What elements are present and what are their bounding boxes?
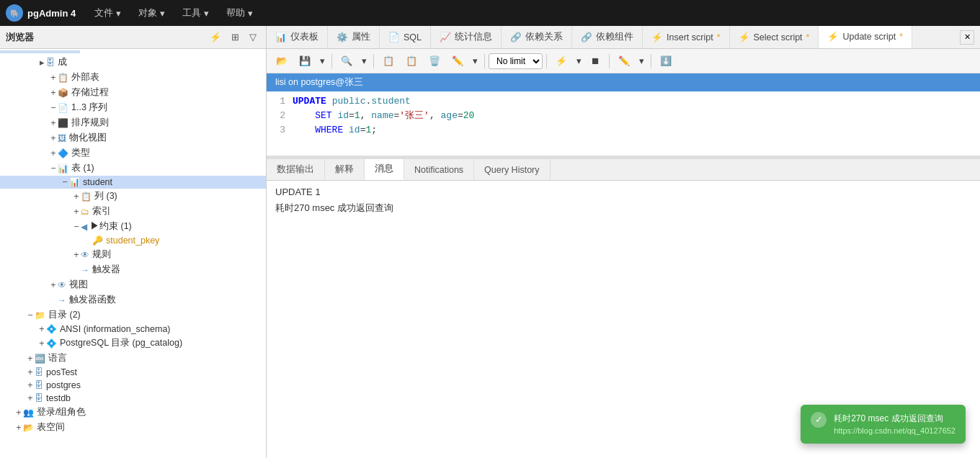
format-arrow-btn[interactable]: ▾: [636, 53, 647, 69]
app-title: pgAdmin 4: [27, 8, 76, 19]
menu-object-arrow: ▾: [160, 8, 165, 19]
tab-sql[interactable]: 📄 SQL: [380, 26, 431, 48]
tree-item-tables[interactable]: − 📊 表 (1): [0, 161, 266, 176]
update-tab-star: *: [899, 32, 903, 42]
run-btn[interactable]: ⚡: [551, 53, 572, 69]
tree-item-catalogs[interactable]: − 📁 目录 (2): [0, 307, 266, 323]
sidebar-tree[interactable]: ▸ 🗄 成 + 📋 外部表 + 📦 存储过程 − 📄 1..3 序列: [0, 49, 266, 458]
save-arrow-btn[interactable]: ▾: [317, 53, 328, 69]
menu-help-arrow: ▾: [248, 8, 253, 19]
tab-select-script[interactable]: ⚡ Select script *: [730, 26, 819, 48]
sep4: [546, 54, 547, 68]
tree-item-type[interactable]: + 🔷 类型: [0, 145, 266, 161]
tab-properties[interactable]: ⚙️ 属性: [328, 26, 380, 48]
tree-item-sequence[interactable]: − 📄 1..3 序列: [0, 100, 266, 115]
sql-icon: 📄: [388, 32, 400, 42]
code-line-1: 1 UPDATE public.student: [267, 94, 980, 109]
menu-file[interactable]: 文件 ▾: [87, 4, 128, 22]
close-panel-btn[interactable]: ✕: [960, 30, 974, 45]
no-limit-select[interactable]: No limit: [489, 53, 543, 69]
run-dropdown[interactable]: ⚡ ▾: [551, 53, 584, 69]
tree-item-triggers[interactable]: → 触发器: [0, 262, 266, 277]
copy-btn[interactable]: 📋: [378, 53, 399, 69]
app-logo: 🐘 pgAdmin 4: [6, 4, 76, 22]
logo-icon: 🐘: [6, 4, 23, 22]
tree-item-collation[interactable]: + ⬛ 排序规则: [0, 115, 266, 130]
tab-dashboard[interactable]: 📊 仪表板: [267, 26, 328, 48]
sidebar-grid-btn[interactable]: ⊞: [228, 30, 243, 44]
tree-item-matview[interactable]: + 🖼 物化视图: [0, 130, 266, 145]
sidebar-header: 浏览器 ⚡ ⊞ ▽: [0, 26, 266, 49]
format-btn[interactable]: ✏️: [613, 53, 635, 69]
dependencies-icon: 🔗: [510, 32, 522, 42]
tab-dependencies[interactable]: 🔗 依赖关系: [502, 26, 572, 48]
download-btn[interactable]: ⬇️: [655, 53, 677, 69]
delete-btn[interactable]: 🗑️: [424, 53, 445, 69]
stop-btn[interactable]: ⏹: [586, 53, 605, 69]
tree-item-pg-catalog[interactable]: + 💠 PostgreSQL 目录 (pg_catalog): [0, 336, 266, 351]
edit-arrow-btn[interactable]: ▾: [470, 53, 481, 69]
query-toolbar: 📂 💾 ▾ 🔍 ▾ 📋 📋 🗑️ ✏️ ▾ No limit: [267, 49, 980, 73]
tree-item-external-table[interactable]: + 📋 外部表: [0, 70, 266, 85]
format-dropdown[interactable]: ✏️ ▾: [613, 53, 647, 69]
output-tabs: 数据输出 解释 消息 Notifications Query History: [267, 159, 980, 181]
output-line-1: UPDATE 1: [275, 187, 971, 197]
toast-notification: ✓ 耗时270 msec 成功返回查询 https://blog.csdn.ne…: [801, 405, 966, 444]
tree-item-pkey[interactable]: 🔑 student_pkey: [0, 234, 266, 247]
tree-item-student[interactable]: − 📊 student: [0, 176, 266, 189]
tree-item-postgres[interactable]: + 🗄 postgres: [0, 379, 266, 392]
save-btn[interactable]: 💾: [294, 53, 316, 69]
tab-update-script[interactable]: ⚡ Update script *: [819, 26, 912, 48]
tree-item-columns[interactable]: + 📋 列 (3): [0, 189, 266, 204]
scroll-pos: [0, 50, 80, 53]
code-editor[interactable]: 1 UPDATE public.student 2 SET id=1, name…: [267, 91, 980, 156]
menu-help[interactable]: 帮助 ▾: [219, 4, 260, 22]
tab-close-area: ✕: [954, 30, 980, 45]
search-btn[interactable]: 🔍: [336, 53, 357, 69]
tree-item-postest[interactable]: + 🗄 posTest: [0, 366, 266, 379]
sep1: [331, 54, 332, 68]
sidebar-filter-btn[interactable]: ▽: [246, 30, 260, 44]
sidebar: 浏览器 ⚡ ⊞ ▽ ▸ 🗄 成 + 📋 外部表: [0, 26, 267, 458]
run-arrow-btn[interactable]: ▾: [574, 53, 584, 69]
main-layout: 浏览器 ⚡ ⊞ ▽ ▸ 🗄 成 + 📋 外部表: [0, 26, 980, 458]
tree-item-stored-proc[interactable]: + 📦 存储过程: [0, 85, 266, 100]
open-file-btn[interactable]: 📂: [271, 53, 293, 69]
menu-tools[interactable]: 工具 ▾: [175, 4, 216, 22]
tab-dependents[interactable]: 🔗 依赖组件: [572, 26, 643, 48]
menu-object[interactable]: 对象 ▾: [131, 4, 172, 22]
save-dropdown[interactable]: 💾 ▾: [294, 53, 328, 69]
tree-item-index[interactable]: + 🗂 索引: [0, 204, 266, 219]
tree-item-testdb[interactable]: + 🗄 testdb: [0, 392, 266, 405]
tab-insert-script[interactable]: ⚡ Insert script *: [643, 26, 729, 48]
menu-file-arrow: ▾: [116, 8, 121, 19]
output-tab-messages[interactable]: 消息: [365, 159, 404, 180]
tree-item-cheng[interactable]: ▸ 🗄 成: [0, 55, 266, 70]
tree-item-language[interactable]: + 🔤 语言: [0, 351, 266, 366]
tree-item-tablespace[interactable]: + 📂 表空间: [0, 420, 266, 435]
tab-statistics[interactable]: 📈 统计信息: [431, 26, 502, 48]
output-tab-data[interactable]: 数据输出: [267, 159, 325, 180]
output-tab-explain[interactable]: 解释: [325, 159, 365, 180]
search-dropdown[interactable]: 🔍 ▾: [336, 53, 370, 69]
tree-item-views[interactable]: + 👁 视图: [0, 277, 266, 292]
sidebar-title: 浏览器: [6, 31, 34, 44]
dependents-icon: 🔗: [581, 32, 592, 42]
sidebar-flash-btn[interactable]: ⚡: [206, 30, 225, 44]
tree-item-ansi[interactable]: + 💠 ANSI (information_schema): [0, 323, 266, 336]
tree-item-constraints[interactable]: − ◀ ▶约束 (1): [0, 219, 266, 234]
connection-text: lisi on postgres@张三: [275, 77, 363, 87]
paste-btn[interactable]: 📋: [401, 53, 422, 69]
tree-item-trigger-funcs[interactable]: → 触发器函数: [0, 292, 266, 307]
tree-item-rules[interactable]: + 👁 规则: [0, 247, 266, 262]
output-tab-notifications[interactable]: Notifications: [404, 159, 474, 180]
edit-btn[interactable]: ✏️: [447, 53, 468, 69]
menubar: 🐘 pgAdmin 4 文件 ▾ 对象 ▾ 工具 ▾ 帮助 ▾: [0, 0, 980, 26]
edit-dropdown[interactable]: ✏️ ▾: [447, 53, 481, 69]
tree-item-login-role[interactable]: + 👥 登录/组角色: [0, 405, 266, 420]
search-arrow-btn[interactable]: ▾: [359, 53, 370, 69]
output-tab-query-history[interactable]: Query History: [474, 159, 550, 180]
sep6: [651, 54, 651, 68]
statistics-icon: 📈: [440, 32, 451, 42]
menu-tools-arrow: ▾: [204, 8, 209, 19]
